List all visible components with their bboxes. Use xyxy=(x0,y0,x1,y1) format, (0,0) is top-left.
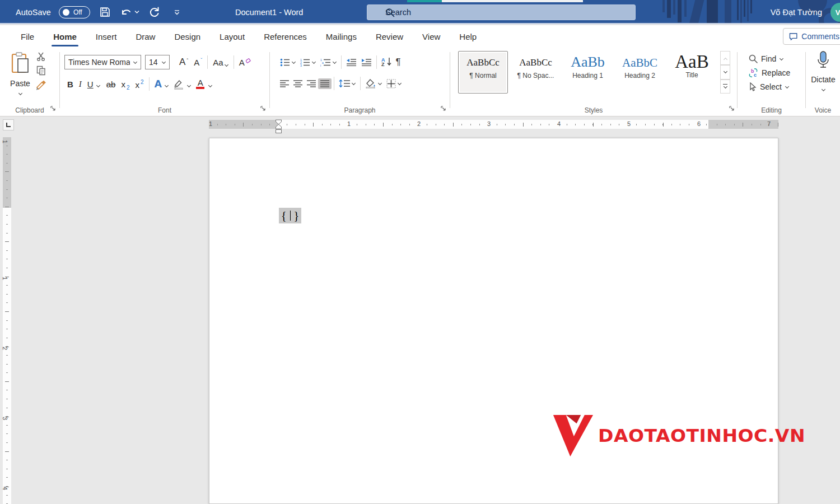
justify-button[interactable] xyxy=(318,78,332,89)
style-normal[interactable]: AaBbCc ¶ Normal xyxy=(458,51,508,94)
ruler-number: 3 xyxy=(2,417,8,420)
font-dialog-launcher[interactable] xyxy=(260,104,266,114)
tab-view[interactable]: View xyxy=(413,25,450,48)
field-code[interactable]: { } xyxy=(279,208,301,223)
horizontal-ruler[interactable]: 1 1 2 3 4 5 6 7 xyxy=(209,120,778,129)
tab-home[interactable]: Home xyxy=(44,25,86,48)
multilevel-list-button[interactable]: 1 a i xyxy=(318,57,339,68)
numbered-list-icon: 1 2 3 xyxy=(300,58,310,67)
shading-button[interactable] xyxy=(363,77,384,90)
styles-scroll-up-button[interactable] xyxy=(720,51,730,65)
text-effects-chevron-icon[interactable] xyxy=(165,84,169,88)
document-title: Document1 - Word xyxy=(235,0,303,24)
tab-insert[interactable]: Insert xyxy=(86,25,127,48)
select-button[interactable]: Select xyxy=(746,81,792,92)
underline-menu-chevron-icon[interactable] xyxy=(96,84,100,88)
decoration xyxy=(678,0,682,22)
style-no-spacing[interactable]: AaBbCc ¶ No Spac... xyxy=(511,51,561,94)
shrink-font-button[interactable]: Aˇ xyxy=(191,56,205,68)
find-button[interactable]: Find xyxy=(746,53,792,64)
customize-quick-access-button[interactable] xyxy=(170,4,184,21)
ruler-number: 2 xyxy=(2,347,8,350)
ruler-number: 1 xyxy=(2,277,8,280)
clipboard-group: Paste xyxy=(0,48,59,116)
dictate-button[interactable]: Dictate xyxy=(810,51,836,94)
font-color-button[interactable]: A xyxy=(193,78,207,90)
clear-formatting-button[interactable]: A xyxy=(236,57,254,68)
tab-help[interactable]: Help xyxy=(450,25,486,48)
search-input[interactable] xyxy=(385,8,598,17)
undo-menu-chevron-icon xyxy=(134,10,139,14)
ruler-number: 4 xyxy=(557,120,561,127)
replace-button[interactable]: b c Replace xyxy=(746,67,792,78)
tab-mailings[interactable]: Mailings xyxy=(316,25,366,48)
ruler-ticks xyxy=(209,120,278,129)
redo-button[interactable] xyxy=(147,4,162,21)
font-size-select[interactable]: 14 xyxy=(145,55,170,69)
tab-review[interactable]: Review xyxy=(366,25,413,48)
vertical-ruler[interactable]: 1 1 2 3 4 xyxy=(3,137,11,504)
cut-button[interactable] xyxy=(36,52,46,61)
align-center-button[interactable] xyxy=(291,78,305,89)
borders-button[interactable] xyxy=(384,77,404,90)
pilcrow-glyph: ¶ xyxy=(396,57,401,68)
highlight-chevron-icon[interactable] xyxy=(187,84,191,88)
separator xyxy=(334,77,334,90)
ruler-ticks xyxy=(209,120,778,129)
search-bar[interactable] xyxy=(367,4,636,20)
paste-label: Paste xyxy=(6,79,35,88)
save-button[interactable] xyxy=(98,4,113,21)
superscript-button[interactable]: x 2 xyxy=(132,78,146,91)
document-page[interactable]: { } DAOTAOTINHOC.VN xyxy=(209,138,778,504)
text-highlight-button[interactable] xyxy=(171,78,187,91)
style-title[interactable]: AaB Title xyxy=(667,51,717,94)
decrease-indent-button[interactable] xyxy=(344,57,359,68)
align-right-button[interactable] xyxy=(305,78,318,89)
styles-scroll-down-button[interactable] xyxy=(720,65,730,79)
change-case-button[interactable]: Aa xyxy=(210,57,231,68)
text-cursor xyxy=(290,211,291,221)
tab-file[interactable]: File xyxy=(11,25,44,48)
bold-button[interactable]: B xyxy=(64,78,76,90)
strikethrough-button[interactable]: ab xyxy=(104,78,119,90)
comments-button[interactable]: Comments xyxy=(783,28,840,45)
line-spacing-button[interactable] xyxy=(337,78,358,89)
align-left-button[interactable] xyxy=(278,78,291,89)
copy-button[interactable] xyxy=(36,66,46,76)
title-bar: AutoSave Off xyxy=(0,0,840,24)
indent-markers[interactable] xyxy=(275,119,282,134)
format-painter-button[interactable] xyxy=(36,80,46,91)
tab-references[interactable]: References xyxy=(254,25,316,48)
grow-font-button[interactable]: Aˆ xyxy=(176,55,191,69)
style-heading-2[interactable]: AaBbC Heading 2 xyxy=(615,51,665,94)
bullets-button[interactable] xyxy=(278,57,298,68)
italic-button[interactable]: I xyxy=(76,78,85,90)
font-name-select[interactable]: Times New Roma xyxy=(64,55,141,69)
sort-button[interactable]: A Z xyxy=(379,56,394,68)
numbering-button[interactable]: 1 2 3 xyxy=(298,57,318,68)
clipboard-dialog-launcher[interactable] xyxy=(50,104,56,114)
font-color-chevron-icon[interactable] xyxy=(208,84,212,88)
undo-button[interactable] xyxy=(120,4,139,21)
tab-design[interactable]: Design xyxy=(165,25,210,48)
show-formatting-button[interactable]: ¶ xyxy=(394,55,403,69)
strikethrough-glyph: ab xyxy=(106,80,116,89)
save-icon xyxy=(100,7,110,17)
paragraph-dialog-launcher[interactable] xyxy=(441,104,446,114)
decoration xyxy=(667,0,671,18)
tab-draw[interactable]: Draw xyxy=(126,25,165,48)
paste-button[interactable]: Paste xyxy=(6,52,35,108)
font-group-label: Font xyxy=(60,106,269,114)
field-close-brace: } xyxy=(294,209,300,222)
styles-gallery-more-button[interactable] xyxy=(720,80,730,94)
text-effects-button[interactable]: A xyxy=(152,77,165,91)
styles-dialog-launcher[interactable] xyxy=(729,104,735,114)
increase-indent-button[interactable] xyxy=(359,57,374,68)
subscript-button[interactable]: x 2 xyxy=(118,78,132,90)
underline-button[interactable]: U xyxy=(85,78,96,90)
tab-stop-selector[interactable] xyxy=(3,119,14,130)
ruler-number: 3 xyxy=(487,120,491,127)
autosave-toggle[interactable]: Off xyxy=(59,6,90,18)
tab-layout[interactable]: Layout xyxy=(210,25,254,48)
style-heading-1[interactable]: AaBb Heading 1 xyxy=(563,51,613,94)
